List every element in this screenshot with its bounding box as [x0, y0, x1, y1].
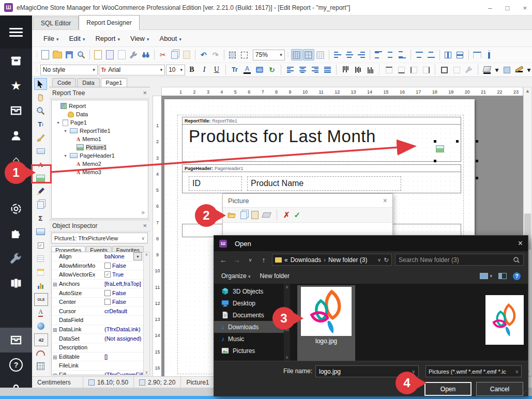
align-to-grid-button[interactable] — [315, 49, 326, 60]
tool-format-painter[interactable] — [34, 132, 47, 144]
fill-color-button[interactable] — [481, 64, 493, 75]
undo-button[interactable]: ↶ — [198, 49, 209, 60]
tree-node-memo1[interactable]: AMemo1 — [54, 135, 148, 143]
bold-button[interactable]: B — [186, 64, 197, 75]
file-type-combo[interactable]: Pictures (*.wmf *.emf *.emf *.ic ∨ — [425, 365, 522, 377]
place-desktop[interactable]: Desktop — [214, 297, 284, 309]
frame-all-button[interactable] — [438, 64, 450, 75]
close-icon[interactable]: × — [383, 196, 387, 205]
ungroup-button[interactable] — [239, 49, 250, 60]
snap-to-grid-button[interactable] — [303, 49, 314, 60]
align-centers-button[interactable] — [344, 49, 355, 60]
underline-button[interactable]: U — [211, 64, 222, 75]
align-lefts-button[interactable] — [332, 49, 343, 60]
align-middles-button[interactable] — [385, 49, 396, 60]
rotation-button[interactable]: ↻ — [266, 64, 278, 75]
sidebar-item-addons[interactable] — [0, 221, 32, 246]
memo-product-name[interactable]: Product Name — [247, 176, 401, 191]
chevron-down-icon[interactable]: ∨ — [377, 257, 381, 263]
cancel-picture-button[interactable]: ✗ — [283, 210, 290, 220]
checkbox-unchecked[interactable] — [104, 290, 111, 296]
paste-button[interactable] — [181, 49, 192, 60]
sidebar-item-integrations[interactable] — [0, 196, 32, 221]
frame-bottom-button[interactable] — [396, 64, 407, 75]
back-button[interactable]: ← — [218, 256, 229, 264]
line-color-dropdown[interactable]: ▾ — [526, 64, 532, 75]
line-color-button[interactable] — [513, 64, 525, 75]
search-input[interactable]: Search New folder (3) — [395, 254, 524, 266]
tree-node-data[interactable]: Data — [54, 110, 148, 118]
frame-top-button[interactable] — [383, 64, 394, 75]
text-valign-top-button[interactable] — [340, 64, 351, 75]
text-valign-center-button[interactable] — [352, 64, 363, 75]
tool-text-editor[interactable]: TI — [34, 118, 47, 130]
frame-right-button[interactable] — [420, 64, 432, 75]
refresh-icon[interactable]: ↻ — [384, 256, 389, 264]
text-align-right-button[interactable] — [309, 64, 321, 75]
align-rights-button[interactable] — [356, 49, 367, 60]
property-row[interactable]: Description — [52, 343, 143, 352]
tool-chart[interactable] — [34, 280, 47, 291]
text-align-left-button[interactable] — [284, 64, 296, 75]
tool-zoom[interactable] — [34, 105, 47, 117]
space-vertically-button[interactable] — [425, 49, 437, 60]
close-icon[interactable]: × — [143, 222, 147, 229]
tool-draw[interactable] — [34, 186, 47, 197]
breadcrumb-collapse[interactable]: « — [284, 256, 288, 264]
redo-button[interactable]: ↷ — [210, 49, 221, 60]
tool-ole[interactable]: OLE — [34, 293, 48, 306]
sidebar-item-customers[interactable] — [0, 123, 32, 148]
fill-color-dropdown[interactable]: ▾ — [494, 64, 500, 75]
tool-band-object[interactable] — [34, 226, 47, 238]
preview-pane-button[interactable] — [498, 273, 507, 279]
breadcrumb[interactable]: « Downloads › New folder (3) ∨ ↻ — [272, 254, 392, 266]
sidebar-item-store[interactable] — [0, 49, 32, 73]
place-music[interactable]: ♪Music — [214, 333, 284, 345]
property-row[interactable]: AllowVectorEx✓True — [52, 270, 143, 280]
property-row[interactable]: AlignbaNone▾ — [52, 252, 143, 262]
inspector-scrollbar[interactable]: ∧ ∨ — [143, 252, 150, 375]
sidebar-item-help[interactable]: ? — [0, 352, 32, 377]
same-height-button[interactable] — [483, 49, 495, 60]
property-row[interactable]: ⊞Fill(TfrxCustomFill) — [52, 371, 143, 375]
sidebar-item-orders[interactable] — [0, 98, 32, 123]
tool-dbdata[interactable] — [34, 266, 47, 278]
close-icon[interactable]: × — [518, 239, 523, 248]
open-button[interactable]: Open — [424, 382, 472, 396]
group-button[interactable] — [227, 49, 238, 60]
sidebar-item-columns[interactable] — [0, 271, 32, 296]
property-row[interactable]: AutoSizeFalse — [52, 288, 143, 298]
resize-grip[interactable]: ⋰ — [522, 390, 526, 395]
tree-node-memo3[interactable]: AMemo3 — [54, 168, 148, 176]
tool-gauge[interactable] — [34, 347, 47, 359]
tool-aggregate[interactable]: Σ — [34, 212, 47, 224]
property-row[interactable]: ⊞DataLink(TfrxDataLink) — [52, 325, 143, 334]
selected-object-combo[interactable]: Picture1: TfrxPictureView ∨ — [51, 233, 148, 243]
property-row[interactable]: DataField — [52, 316, 143, 325]
expand-icon[interactable]: ⊞ — [53, 373, 57, 375]
tree-node-pageheader1[interactable]: ▾PageHeader1 — [54, 151, 148, 160]
property-row[interactable]: ⊞Anchors[fraLeft,fraTop] — [52, 280, 143, 289]
sidebar-item-reports-active[interactable] — [0, 328, 32, 352]
load-picture-button[interactable] — [227, 211, 236, 219]
tree-node-report[interactable]: Report — [54, 102, 148, 110]
cancel-button[interactable]: Cancel — [476, 382, 523, 396]
open-report-button[interactable] — [52, 49, 63, 60]
page-settings-button[interactable] — [128, 49, 140, 60]
italic-button[interactable]: I — [199, 64, 210, 75]
frame-none-button[interactable] — [451, 64, 462, 75]
tool-clone[interactable] — [34, 199, 47, 211]
menu-file[interactable]: File▾ — [39, 33, 63, 44]
file-logo-jpg[interactable]: logo.jpg — [297, 285, 355, 361]
breadcrumb-downloads[interactable]: Downloads — [291, 256, 321, 264]
tab-page1[interactable]: Page1 — [101, 78, 128, 87]
cut-button[interactable]: ✂ — [157, 49, 169, 60]
new-page-button[interactable] — [93, 49, 104, 60]
tree-node-memo2[interactable]: AMemo2 — [54, 160, 148, 168]
show-grid-button[interactable] — [291, 49, 302, 60]
copy-button[interactable] — [240, 211, 247, 219]
help-button[interactable]: ? — [513, 272, 521, 280]
checkbox-unchecked[interactable] — [104, 299, 111, 305]
close-icon[interactable]: × — [143, 89, 147, 97]
zoom-combo[interactable]: 75%▾ — [253, 50, 285, 60]
